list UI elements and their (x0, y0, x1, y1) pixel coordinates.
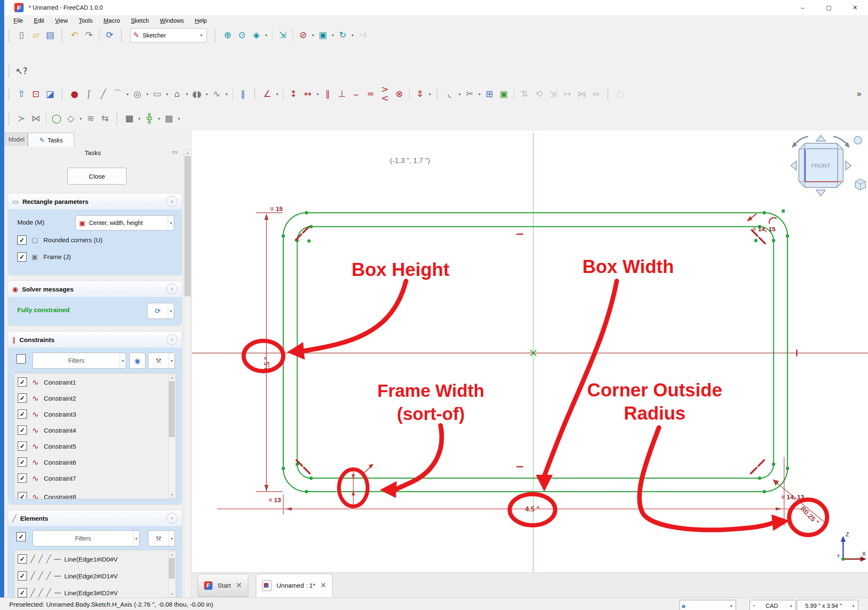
transform-rotate-button[interactable]: ⟲ (532, 87, 546, 101)
panel-scrollbar[interactable]: ▲ (184, 149, 191, 597)
dimension-angle-button[interactable]: ∠ (260, 87, 274, 101)
tab-unnamed-document[interactable]: Unnamed : 1* ✕ (256, 574, 333, 597)
list-item[interactable]: ✓∿Constraint2 (18, 391, 76, 405)
chevron-down-icon[interactable]: ▾ (477, 87, 482, 101)
rotate-view-button[interactable]: ↻ (336, 28, 350, 43)
constraint-label-bottom-left[interactable]: = 13 (269, 496, 281, 503)
external-geometry-button[interactable]: ⊞ (482, 87, 497, 101)
zoom-fit-button[interactable]: ⊕ (220, 28, 235, 43)
menu-file[interactable]: File (13, 17, 23, 24)
maximize-button[interactable]: ▢ (816, 0, 842, 15)
menu-tools[interactable]: Tools (79, 17, 93, 24)
toolbar-grip[interactable] (8, 29, 12, 41)
polar-pattern-button[interactable]: ◌ (613, 87, 628, 101)
construction-mode-button[interactable]: ∥ (236, 87, 250, 101)
element-checkbox[interactable]: ✓ (18, 554, 27, 564)
dimension-button[interactable]: ⇕ (413, 87, 427, 101)
element-checkbox[interactable]: ✓ (18, 571, 27, 581)
create-rectangle-button[interactable]: ▭ (150, 87, 164, 101)
trim-button[interactable]: ✂ (462, 87, 477, 101)
list-item[interactable]: ✓∿Constraint3 (18, 407, 76, 421)
box-view-button[interactable]: ▣ (316, 28, 330, 43)
scroll-down-icon[interactable]: ▼ (169, 591, 175, 597)
list-item[interactable]: ✓∿Constraint5 (18, 439, 76, 453)
toolbar-grip[interactable] (8, 88, 12, 100)
chevron-down-icon[interactable]: ▾ (184, 87, 190, 101)
nav-cube-circle[interactable] (854, 136, 862, 144)
create-line-button[interactable]: ╱ (96, 87, 110, 101)
constraint-checkbox[interactable]: ✓ (18, 441, 27, 451)
create-polyline-button[interactable]: ʃ (82, 87, 96, 101)
nav-cube-down-triangle[interactable] (816, 190, 825, 196)
close-tab-icon[interactable]: ✕ (236, 581, 242, 590)
constraints-master-checkbox[interactable] (16, 354, 26, 364)
constrain-vertical-distance-button[interactable]: ↕ (286, 87, 301, 101)
undo-button[interactable]: ↶ (67, 28, 82, 43)
close-window-button[interactable]: ✕ (842, 0, 868, 15)
zoom-selection-button[interactable]: ⊙ (235, 28, 249, 43)
whats-this-button[interactable]: ↖? (14, 64, 29, 78)
sketch-outer-rectangle[interactable] (283, 213, 787, 492)
menu-sketch[interactable]: Sketch (131, 17, 149, 24)
chevron-down-icon[interactable]: ▾ (263, 28, 269, 43)
carbon-copy-button[interactable]: ▣ (497, 87, 511, 101)
navigation-cube[interactable]: FRONT (791, 135, 865, 196)
constraint-checkbox[interactable]: ✓ (18, 409, 27, 419)
measure-button[interactable]: ⊣ (355, 28, 370, 43)
transform-scale-button[interactable]: ⇲ (546, 87, 560, 101)
nav-cube-mini-cube[interactable] (855, 179, 865, 190)
nav-cube-up-triangle[interactable] (816, 135, 825, 141)
clipping-plane-button[interactable]: ⊘ (296, 28, 310, 43)
transform-symmetry-button[interactable]: ⋈ (575, 87, 589, 101)
view-section-button[interactable]: ◪ (43, 87, 57, 101)
open-file-button[interactable]: ▱ (29, 28, 43, 43)
create-bspline-button[interactable]: ∿ (210, 87, 224, 101)
sketch-viewport[interactable]: (-1.3 ", 1.7 ") (192, 131, 868, 572)
constrain-tangent-button[interactable]: ⌣ (349, 87, 363, 101)
toolbar-grip[interactable] (62, 29, 65, 41)
bspline-comb-button[interactable]: ≋ (83, 112, 98, 126)
constrain-symmetric-button[interactable]: >< (378, 87, 392, 101)
dock-panel-icon[interactable]: ▭ (172, 148, 177, 155)
list-item[interactable]: ✓╱╱╱—Line(Edge2#ID1#V (18, 569, 118, 583)
close-task-button[interactable]: Close (67, 168, 126, 185)
chevron-down-icon[interactable]: ▾ (315, 87, 320, 101)
list-item[interactable]: ✓∿Constraint6 (18, 455, 76, 469)
scroll-up-icon[interactable]: ▲ (169, 551, 175, 557)
mode-select[interactable]: ▣ Center, width, height ▾ (75, 215, 174, 230)
constraint-label-top-right[interactable]: = 14, 15 (752, 225, 776, 233)
menu-view[interactable]: View (55, 17, 68, 24)
constrain-parallel-button[interactable]: ∥ (320, 87, 335, 101)
solver-refresh-button[interactable]: ⟳ ▾ (147, 303, 174, 319)
toolbar-grip[interactable] (607, 88, 611, 100)
toolbar-grip[interactable] (254, 88, 258, 100)
bspline-switch-button[interactable]: ⇆ (98, 112, 112, 126)
create-polygon-button[interactable]: ⌂ (170, 87, 184, 101)
constraint-checkbox[interactable]: ✓ (18, 492, 27, 499)
chevron-down-icon[interactable]: ▾ (457, 87, 462, 101)
create-point-button[interactable]: ● (67, 87, 82, 101)
chevron-down-icon[interactable]: ▾ (224, 87, 229, 101)
toolbar-grip[interactable] (437, 88, 440, 100)
tab-tasks[interactable]: ✎ Tasks (28, 133, 74, 147)
refresh-button[interactable]: ⟳ (102, 28, 117, 43)
tab-start[interactable]: F Start ✕ (198, 574, 248, 597)
chevron-down-icon[interactable]: ▾ (310, 28, 316, 43)
list-item[interactable]: ✓╱╱╱—Line(Edge1#ID0#V (18, 552, 118, 566)
toolbar-grip[interactable] (215, 29, 218, 41)
toolbar-grip[interactable] (8, 113, 12, 125)
snap-toggle-button[interactable]: ╬ (142, 112, 156, 126)
elements-scrollbar[interactable]: ▲ ▼ (168, 551, 175, 597)
constraints-show-button[interactable]: ◉ (129, 353, 145, 369)
chevron-down-icon[interactable]: ▾ (125, 87, 130, 101)
save-file-button[interactable]: ▤ (43, 28, 57, 43)
scroll-up-icon[interactable]: ▲ (169, 375, 175, 380)
collapse-section-icon[interactable]: » (167, 196, 177, 207)
section-rectangle-header[interactable]: ▭ Rectangle parameters » (8, 193, 182, 209)
chevron-down-icon[interactable]: ▾ (350, 28, 355, 43)
height-dimension[interactable]: 2.5 " (256, 213, 282, 492)
view-size-select[interactable]: 5.99 " x 3.94 " ▾ (797, 600, 858, 610)
chevron-down-icon[interactable]: ▾ (78, 112, 83, 126)
leave-sketch-button[interactable]: ⇧ (14, 87, 29, 101)
list-item[interactable]: ✓∿Constraint1 (18, 375, 76, 389)
